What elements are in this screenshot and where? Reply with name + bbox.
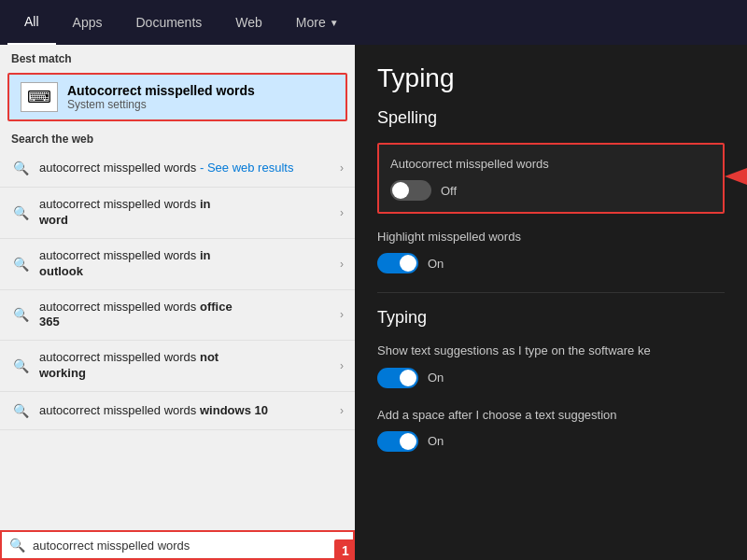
search-input[interactable]: [33, 539, 345, 553]
result-item-2[interactable]: 🔍 autocorrect misspelled words inoutlook…: [0, 239, 355, 290]
add-space-toggle-knob: [400, 433, 416, 450]
right-panel: Typing Spelling Autocorrect misspelled w…: [355, 45, 747, 560]
toggle-knob: [392, 182, 409, 199]
nav-tab-apps[interactable]: Apps: [56, 0, 120, 45]
spelling-heading: Spelling: [377, 108, 725, 128]
top-nav: All Apps Documents Web More ▼: [0, 0, 747, 45]
number-badge: 1: [334, 539, 357, 560]
nav-tab-all-label: All: [24, 14, 39, 29]
search-icon-2: 🔍: [11, 255, 30, 273]
divider: [377, 292, 725, 293]
nav-tab-documents[interactable]: Documents: [119, 0, 218, 45]
search-results-list: 🔍 autocorrect misspelled words - See web…: [0, 149, 355, 526]
result-item-0[interactable]: 🔍 autocorrect misspelled words - See web…: [0, 149, 355, 188]
search-box-icon: 🔍: [9, 538, 25, 553]
left-panel: Best match ⌨ Autocorrect misspelled word…: [0, 45, 355, 560]
highlight-setting: Highlight misspelled words On: [377, 229, 725, 273]
autocorrect-toggle[interactable]: [390, 180, 431, 201]
nav-tab-web-label: Web: [235, 15, 262, 30]
result-text-1: autocorrect misspelled words inword: [39, 197, 340, 229]
best-match-label: Best match: [0, 45, 355, 69]
result-item-5[interactable]: 🔍 autocorrect misspelled words windows 1…: [0, 392, 355, 430]
result-chevron-2: ›: [340, 258, 344, 271]
nav-tab-all[interactable]: All: [7, 0, 56, 45]
result-text-0: autocorrect misspelled words - See web r…: [39, 161, 340, 176]
search-icon-4: 🔍: [11, 357, 30, 375]
add-space-setting: Add a space after I choose a text sugges…: [377, 407, 725, 452]
red-arrow: [725, 160, 747, 197]
result-see-link: - See web results: [200, 161, 293, 175]
add-space-state: On: [428, 434, 444, 448]
best-match-text: Autocorrect misspelled words System sett…: [67, 83, 255, 111]
result-text-5: autocorrect misspelled words windows 10: [39, 403, 340, 419]
best-match-subtitle: System settings: [67, 98, 255, 111]
result-chevron-3: ›: [340, 308, 344, 321]
best-match-item[interactable]: ⌨ Autocorrect misspelled words System se…: [7, 73, 347, 121]
highlight-toggle-knob: [400, 255, 416, 272]
autocorrect-box: Autocorrect misspelled words Off: [377, 143, 725, 214]
result-chevron-4: ›: [340, 359, 344, 372]
result-item-3[interactable]: 🔍 autocorrect misspelled words office365…: [0, 290, 355, 342]
highlight-state: On: [428, 257, 444, 271]
search-web-label: Search the web: [0, 125, 355, 149]
search-box: 🔍: [0, 530, 355, 560]
suggestions-toggle-row: On: [377, 368, 725, 388]
main-content: Best match ⌨ Autocorrect misspelled word…: [0, 45, 747, 560]
add-space-toggle[interactable]: [377, 431, 418, 452]
result-chevron-0: ›: [340, 161, 344, 175]
search-icon-3: 🔍: [11, 305, 30, 324]
autocorrect-toggle-row: Off: [390, 180, 712, 201]
autocorrect-state: Off: [441, 184, 457, 198]
best-match-title: Autocorrect misspelled words: [67, 83, 255, 98]
suggestions-setting: Show text suggestions as I type on the s…: [377, 343, 725, 387]
result-text-2: autocorrect misspelled words inoutlook: [39, 248, 340, 280]
result-text-4: autocorrect misspelled words notworking: [39, 350, 340, 382]
highlight-toggle-row: On: [377, 253, 725, 273]
result-item-4[interactable]: 🔍 autocorrect misspelled words notworkin…: [0, 341, 355, 392]
result-chevron-1: ›: [340, 206, 344, 219]
suggestions-toggle-knob: [400, 370, 416, 386]
search-icon-1: 🔍: [11, 203, 30, 222]
suggestions-label: Show text suggestions as I type on the s…: [377, 343, 725, 359]
nav-tab-apps-label: Apps: [73, 15, 103, 30]
add-space-toggle-row: On: [377, 431, 725, 452]
result-item-1[interactable]: 🔍 autocorrect misspelled words inword ›: [0, 188, 355, 239]
nav-tab-documents-label: Documents: [135, 15, 202, 30]
nav-tab-more-label: More: [296, 15, 326, 30]
nav-tab-more[interactable]: More ▼: [279, 0, 356, 45]
search-icon-0: 🔍: [11, 159, 30, 177]
result-text-3: autocorrect misspelled words office365: [39, 300, 340, 331]
chevron-down-icon: ▼: [330, 18, 339, 28]
search-icon-5: 🔍: [11, 401, 30, 420]
highlight-label: Highlight misspelled words: [377, 229, 725, 245]
add-space-label: Add a space after I choose a text sugges…: [377, 407, 725, 424]
nav-tab-web[interactable]: Web: [218, 0, 279, 45]
result-chevron-5: ›: [340, 404, 344, 417]
suggestions-state: On: [428, 371, 444, 385]
svg-marker-0: [725, 160, 747, 193]
suggestions-toggle[interactable]: [377, 368, 418, 388]
highlight-toggle[interactable]: [377, 253, 418, 273]
typing-heading: Typing: [377, 308, 725, 328]
keyboard-icon: ⌨: [21, 82, 58, 112]
page-title: Typing: [377, 63, 725, 93]
autocorrect-label: Autocorrect misspelled words: [390, 156, 712, 173]
